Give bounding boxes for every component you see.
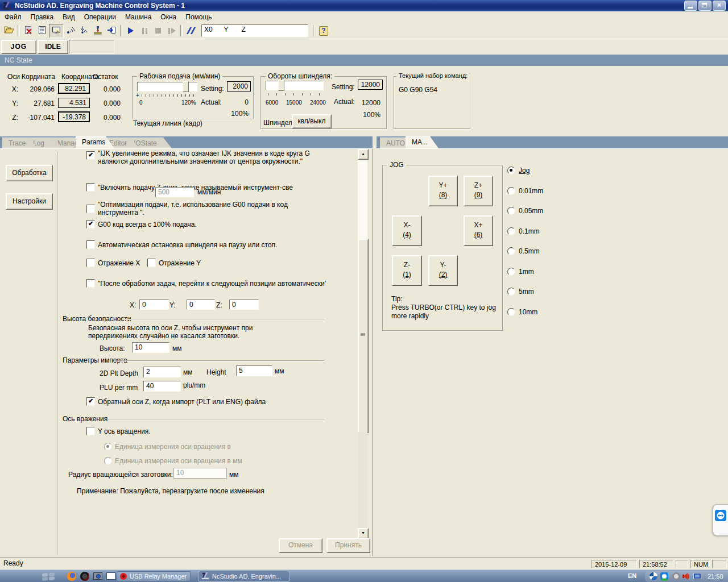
jog-z-plus-button[interactable]: Z+(9) — [464, 176, 493, 206]
tray-swirl-icon[interactable] — [650, 572, 657, 580]
apply-button[interactable]: Принять — [326, 538, 370, 553]
spindle-toggle-button[interactable]: квл/выкл — [292, 114, 332, 128]
tray-language[interactable]: EN — [628, 572, 636, 579]
feed-slider-thumb[interactable] — [183, 81, 189, 92]
idle-state-button[interactable]: IDLE — [38, 40, 68, 54]
radio-step-5mm[interactable] — [507, 288, 515, 296]
radio-step-1mm[interactable] — [507, 268, 515, 276]
jog-y-plus-button[interactable]: Y+(8) — [428, 176, 458, 206]
radio-step-0-05mm[interactable] — [507, 207, 515, 215]
tray-teamviewer-icon[interactable] — [660, 572, 668, 580]
jog-z-minus-button[interactable]: Z-(1) — [392, 255, 422, 286]
jog-x-minus-button[interactable]: X-(4) — [392, 215, 422, 246]
teamviewer-flyout[interactable] — [713, 504, 728, 536]
feed-setting-value[interactable]: 2000 — [227, 81, 251, 92]
radio-rotation-unit-mm[interactable] — [104, 457, 112, 465]
scroll-down-button[interactable]: ▼ — [358, 528, 369, 539]
coords-field[interactable]: X0 Y Z — [201, 24, 308, 37]
rotation-radius-input[interactable]: 10 — [173, 468, 227, 479]
next-y-input[interactable]: 0 — [187, 300, 215, 310]
radio-rotation-unit-deg[interactable] — [104, 443, 112, 451]
sidebar-button-settings[interactable]: Настройки — [6, 193, 53, 210]
checkbox-z-down-feed[interactable] — [86, 183, 95, 192]
windows-flag-icon[interactable] — [41, 572, 56, 582]
task-usb-relay-button[interactable]: USB Relay Manager — [117, 571, 191, 581]
signal-out-button[interactable] — [64, 24, 77, 38]
cancel-button[interactable]: Отмена — [279, 538, 322, 553]
tab-ma[interactable]: MA... — [406, 136, 439, 148]
quick-launch-firefox-icon[interactable] — [67, 572, 76, 581]
radio-step-jog[interactable] — [507, 167, 515, 174]
program-list-button[interactable] — [35, 24, 49, 38]
checkbox-mirror-x[interactable] — [86, 259, 95, 267]
menu-item-edit[interactable]: Правка — [26, 12, 59, 22]
checkbox-y-rotation[interactable] — [86, 427, 95, 435]
menu-item-help[interactable]: Помощь — [181, 12, 216, 22]
spindle-tick-label: 15000 — [286, 99, 302, 106]
z-down-feed-input[interactable]: 500 — [155, 187, 194, 197]
jog-y-minus-button[interactable]: Y-(2) — [428, 255, 458, 286]
minimize-button[interactable] — [684, 1, 697, 11]
checkbox-g00-full-feed[interactable]: ✔ — [86, 220, 95, 228]
delete-program-button[interactable] — [22, 24, 35, 38]
pause-button[interactable] — [138, 24, 151, 38]
checkbox-spindle-autostop[interactable] — [86, 240, 95, 249]
jog-mode-button[interactable]: JOG — [1, 40, 36, 54]
work-coord-box[interactable]: 82.291 — [58, 83, 90, 94]
height-input[interactable]: 5 — [236, 365, 272, 376]
checkbox-mirror-y[interactable] — [147, 259, 156, 267]
trace-window-button[interactable] — [49, 24, 64, 38]
sidebar-button-processing[interactable]: Обработка — [6, 165, 53, 181]
tray-clock[interactable]: 21:58 — [708, 573, 723, 580]
menu-item-file[interactable]: Файл — [0, 12, 26, 22]
safe-height-label: Высота: — [100, 344, 125, 352]
scroll-up-button[interactable]: ▲ — [358, 149, 369, 160]
work-coord-box[interactable]: -19.378 — [58, 111, 90, 122]
stop-button[interactable] — [151, 24, 165, 38]
checkbox-ijk-mode[interactable]: ✔ — [86, 151, 95, 160]
help-button[interactable]: ? — [317, 24, 330, 38]
menu-item-operations[interactable]: Операции — [80, 12, 121, 22]
mirror-x-label: Отражение X — [98, 259, 140, 267]
step-button[interactable] — [165, 24, 179, 38]
radio-step-0-5mm[interactable] — [507, 247, 515, 255]
help-icon: ? — [319, 26, 328, 36]
tray-speaker-red-icon[interactable] — [682, 572, 690, 580]
spindle-slider[interactable] — [266, 81, 324, 90]
radio-step-0-1mm[interactable] — [507, 227, 515, 235]
jog-x-plus-button[interactable]: X+(6) — [464, 215, 493, 246]
safe-height-input[interactable]: 10 — [132, 342, 169, 353]
quick-launch-desktop-icon[interactable] — [106, 572, 115, 580]
sync-button[interactable] — [184, 24, 198, 38]
checkbox-next-position[interactable] — [86, 279, 95, 288]
coords-header-rest: Остаток — [93, 73, 118, 81]
scroll-thumb[interactable] — [358, 239, 369, 433]
checkbox-feed-optimization[interactable] — [86, 205, 95, 213]
work-coord-box[interactable]: 4.531 — [58, 98, 90, 108]
import-button[interactable] — [105, 24, 118, 38]
quick-launch-media-icon[interactable] — [80, 572, 89, 581]
radio-step-0-01mm[interactable] — [507, 187, 515, 195]
next-x-input[interactable]: 0 — [139, 300, 169, 310]
tray-volume-icon[interactable] — [672, 572, 680, 580]
open-button[interactable] — [2, 24, 16, 38]
checkbox-reverse-z[interactable]: ✔ — [86, 397, 95, 406]
spindle-setting-value[interactable]: 12000 — [358, 80, 383, 90]
task-ncstudio-button[interactable]: NcStudio AD. Engravin... — [198, 571, 290, 582]
menu-item-machine[interactable]: Машина — [121, 12, 156, 22]
quick-launch-camera-icon[interactable] — [93, 572, 102, 580]
restore-button[interactable] — [698, 1, 712, 11]
tray-monitor-icon[interactable] — [693, 573, 701, 579]
next-z-input[interactable]: 0 — [229, 300, 259, 310]
plt-depth-input[interactable]: 2 — [143, 367, 181, 377]
close-button[interactable]: × — [713, 1, 726, 11]
spindle-tool-button[interactable] — [91, 24, 105, 38]
menu-item-view[interactable]: Вид — [58, 12, 80, 22]
radio-step-10mm[interactable] — [507, 308, 515, 316]
play-button[interactable] — [124, 24, 138, 38]
signal-in-button[interactable] — [77, 24, 91, 38]
spindle-slider-thumb[interactable] — [278, 80, 284, 91]
scroll-track-lower[interactable] — [358, 432, 367, 528]
menu-item-windows[interactable]: Окна — [156, 12, 181, 22]
plu-input[interactable]: 40 — [143, 381, 181, 392]
